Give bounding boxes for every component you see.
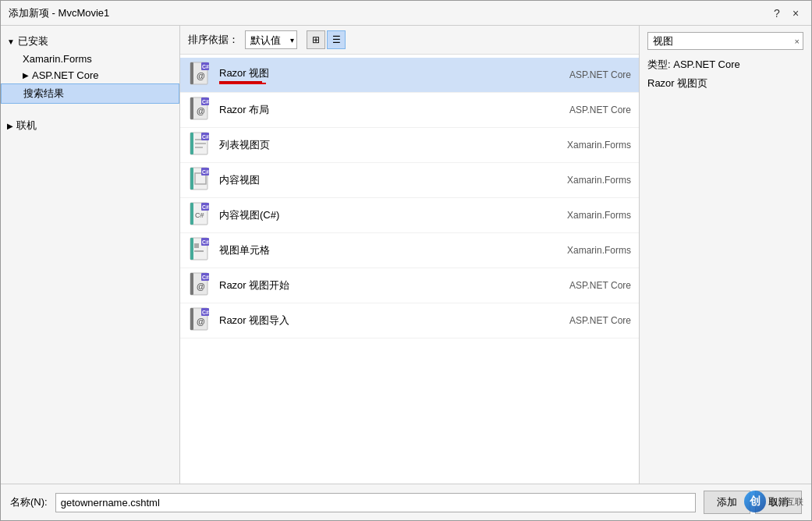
add-button[interactable]: 添加 [704,491,750,514]
item-category: Xamarin.Forms [537,245,631,256]
svg-text:C#: C# [202,169,209,175]
svg-rect-1 [190,62,193,84]
name-label: 名称(N): [10,495,48,509]
item-name-razor-layout: Razor 布局 [219,103,537,117]
item-icon-razor-layout: @ C# [188,97,213,122]
svg-text:@: @ [197,282,205,291]
item-icon-content-view: C# [188,168,213,193]
item-category: ASP.NET Core [537,280,631,291]
list-view-button[interactable]: ☰ [327,30,346,49]
items-list: @ C# Razor 视图 ASP.NET Core [180,55,639,484]
sort-select[interactable]: 默认值 名称 类型 [245,30,297,49]
sidebar-item-xamarin[interactable]: Xamarin.Forms [1,51,179,67]
online-arrow: ▶ [7,122,13,130]
item-name-content-view: 内容视图 [219,173,537,187]
help-button[interactable]: ? [769,5,785,21]
item-name-razor-view: Razor 视图 [219,66,537,84]
svg-rect-29 [194,243,199,248]
sidebar-item-label: 搜索结果 [23,87,64,99]
right-panel: × 类型: ASP.NET Core Razor 视图页 [640,26,811,484]
middle-panel: 排序依据： 默认值 名称 类型 ⊞ ☰ [180,26,640,484]
svg-text:C#: C# [202,134,209,140]
grid-view-button[interactable]: ⊞ [307,30,325,49]
item-name-view-cell: 视图单元格 [219,243,537,257]
list-item[interactable]: @ C# Razor 视图导入 ASP.NET Core [180,303,639,338]
search-clear-button[interactable]: × [792,35,803,48]
svg-text:C#: C# [202,204,209,210]
svg-text:C#: C# [195,211,204,219]
sidebar-item-aspnetcore[interactable]: ▶ ASP.NET Core [1,67,179,83]
list-item[interactable]: @ C# Razor 视图开始 ASP.NET Core [180,268,639,303]
sidebar-item-search-result[interactable]: 搜索结果 [1,83,179,104]
view-buttons: ⊞ ☰ [307,30,346,49]
svg-rect-30 [194,250,204,252]
close-button[interactable]: × [788,5,803,21]
svg-rect-28 [190,238,193,260]
sidebar-item-label: Xamarin.Forms [23,53,92,65]
content-area: ▼ 已安装 Xamarin.Forms ▶ ASP.NET Core 搜索结果 … [1,26,811,484]
title-buttons: ? × [769,5,803,21]
svg-text:C#: C# [202,239,209,245]
title-text: 添加新项 - MvcMovie1 [9,6,109,20]
item-icon-view-cell: C# [188,238,213,263]
item-icon-razor-view: @ C# [188,62,213,87]
online-section[interactable]: ▶ 联机 [1,116,179,135]
item-icon-razor-import: @ C# [188,308,213,333]
item-category: Xamarin.Forms [537,210,631,221]
list-item[interactable]: @ C# Razor 布局 ASP.NET Core [180,93,639,128]
item-name-list-view: 列表视图页 [219,138,537,152]
dialog: 添加新项 - MvcMovie1 ? × ▼ 已安装 Xamarin.Forms… [0,0,812,521]
item-name-content-view-cs: 内容视图(C#) [219,208,537,222]
name-input[interactable] [55,493,696,512]
item-category: Xamarin.Forms [537,140,631,151]
installed-arrow: ▼ [7,37,15,46]
item-category: Xamarin.Forms [537,175,631,186]
toolbar: 排序依据： 默认值 名称 类型 ⊞ ☰ [180,26,639,55]
item-icon-list-view: C# [188,133,213,158]
online-label: 联机 [16,119,37,133]
sort-select-wrapper: 默认值 名称 类型 [245,30,297,49]
item-category: ASP.NET Core [537,69,631,80]
svg-text:@: @ [197,317,205,326]
svg-rect-11 [190,133,193,154]
item-name-razor-start: Razor 视图开始 [219,278,537,292]
installed-label: 已安装 [18,34,48,48]
search-input[interactable] [648,33,792,49]
item-category: ASP.NET Core [537,315,631,326]
list-item[interactable]: @ C# Razor 视图 ASP.NET Core [180,58,639,93]
item-icon-content-view-cs: C# C# [188,203,213,228]
bottom-bar: 名称(N): 添加 取消 创 创新互联 [1,484,811,520]
watermark-text: 创新互联 [769,496,803,508]
title-bar: 添加新项 - MvcMovie1 ? × [1,1,811,26]
svg-text:C#: C# [202,310,209,315]
svg-rect-18 [190,168,193,190]
type-label: 类型: ASP.NET Core [647,58,803,72]
svg-rect-39 [190,308,193,330]
svg-text:@: @ [197,106,205,115]
item-name-razor-import: Razor 视图导入 [219,314,537,328]
dialog-title: 添加新项 - MvcMovie1 [9,6,109,20]
sort-label: 排序依据： [188,33,239,47]
svg-rect-23 [190,203,193,225]
left-panel: ▼ 已安装 Xamarin.Forms ▶ ASP.NET Core 搜索结果 … [1,26,180,484]
list-item[interactable]: C# 列表视图页 Xamarin.Forms [180,128,639,163]
search-box: × [647,32,803,50]
item-icon-razor-start: @ C# [188,273,213,298]
svg-text:C#: C# [202,275,209,280]
watermark: 创 创新互联 [744,491,803,512]
installed-section[interactable]: ▼ 已安装 [1,32,179,51]
svg-text:C#: C# [202,99,209,105]
list-item[interactable]: C# 内容视图 Xamarin.Forms [180,163,639,198]
item-category: ASP.NET Core [537,105,631,115]
list-item[interactable]: C# 视图单元格 Xamarin.Forms [180,233,639,268]
svg-rect-34 [190,273,193,295]
svg-rect-6 [190,97,193,119]
list-item[interactable]: C# C# 内容视图(C#) Xamarin.Forms [180,198,639,233]
aspnetcore-arrow: ▶ [23,71,29,80]
sidebar-item-label: ASP.NET Core [32,69,99,81]
svg-text:C#: C# [202,64,209,69]
description-label: Razor 视图页 [647,76,803,90]
watermark-logo: 创 [744,491,766,512]
svg-text:@: @ [197,71,205,80]
